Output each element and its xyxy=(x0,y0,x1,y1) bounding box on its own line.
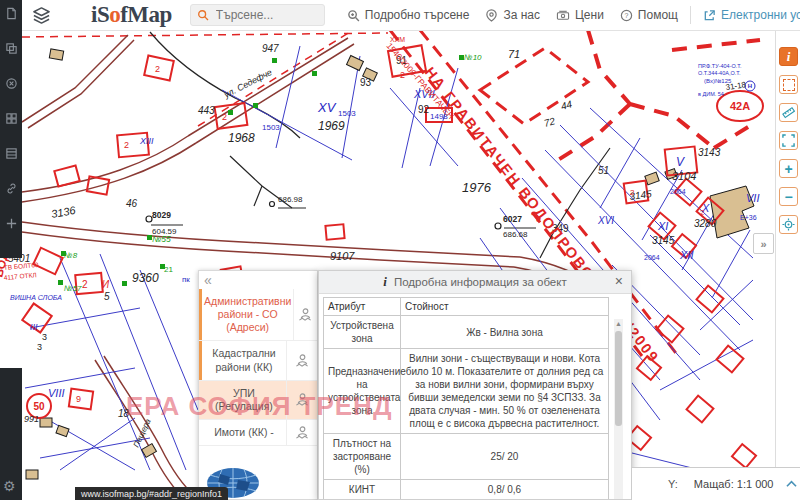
svg-text:VII: VII xyxy=(746,192,759,204)
svg-text:ПР.Ф.ТУ-404-О.Т.: ПР.Ф.ТУ-404-О.Т. xyxy=(698,63,742,69)
modal-scrollbar[interactable]: ▲ xyxy=(614,319,623,499)
select-area-button[interactable] xyxy=(779,75,798,94)
locate-icon xyxy=(782,218,795,231)
value-cell: 25/ 20 xyxy=(401,434,609,480)
object-info-modal: i Подробна информация за обект × Атрибут… xyxy=(318,270,632,500)
table-row: Предназначение на устройствената зонаВил… xyxy=(324,349,609,434)
modal-close-button[interactable]: × xyxy=(615,273,623,289)
statusbar: Y: Мащаб: 1:1 000 xyxy=(631,467,800,500)
copy-icon[interactable] xyxy=(5,41,18,59)
svg-text:V: V xyxy=(676,155,685,169)
svg-text:50: 50 xyxy=(33,401,45,412)
svg-text:2: 2 xyxy=(400,70,405,80)
svg-text:71: 71 xyxy=(508,48,520,60)
link-icon[interactable] xyxy=(5,181,18,199)
svg-text:VIII: VIII xyxy=(48,387,65,399)
scale-label: Мащаб: 1:1 000 xyxy=(694,478,774,490)
svg-text:2: 2 xyxy=(155,64,160,74)
svg-text:42А: 42А xyxy=(730,100,750,112)
menu-help[interactable]: ? Помощ xyxy=(620,8,678,22)
svg-text:XV: XV xyxy=(317,100,337,115)
geolocate-button[interactable] xyxy=(779,215,798,234)
statusbar-expand-button[interactable] xyxy=(785,479,798,489)
ruler-icon xyxy=(782,106,795,119)
scroll-thumb[interactable] xyxy=(615,331,622,426)
pin-icon xyxy=(485,9,498,22)
svg-text:ВИШНА СЛОБА: ВИШНА СЛОБА xyxy=(10,294,62,301)
attribute-cell: Предназначение на устройствената зона xyxy=(324,349,401,434)
svg-text:Н: Н xyxy=(748,83,752,89)
svg-text:3: 3 xyxy=(37,342,42,352)
layer-item-imoti[interactable]: Имоти (КК) - xyxy=(199,420,317,446)
svg-text:9: 9 xyxy=(76,394,81,404)
svg-text:3280: 3280 xyxy=(694,218,717,229)
attribute-table: Атрибут Стойност Устройствена зонаЖв - В… xyxy=(323,297,609,500)
svg-text:72: 72 xyxy=(543,115,557,129)
locate-person-icon[interactable] xyxy=(287,353,317,368)
scroll-up-icon[interactable]: ▲ xyxy=(614,320,623,327)
external-link-icon xyxy=(703,9,716,22)
svg-text:9107: 9107 xyxy=(330,250,355,262)
svg-text:1969: 1969 xyxy=(318,119,345,133)
locate-person-icon[interactable] xyxy=(294,307,317,322)
svg-text:№57: №57 xyxy=(64,284,82,293)
svg-text:2: 2 xyxy=(124,140,129,150)
plus-icon[interactable] xyxy=(5,216,18,234)
gear-icon[interactable]: ⚙ xyxy=(3,478,16,494)
app-logo[interactable]: iSofMap xyxy=(91,2,172,28)
table-row: Плътност на застрояване (%)25/ 20 xyxy=(324,434,609,480)
zoom-out-button[interactable]: − xyxy=(779,187,798,206)
menu-prices[interactable]: Цени xyxy=(556,8,604,22)
svg-text:III: III xyxy=(30,322,38,332)
svg-text:443: 443 xyxy=(198,105,215,116)
svg-text:947: 947 xyxy=(262,43,279,54)
column-header-value: Стойност xyxy=(401,298,609,316)
locate-person-icon[interactable] xyxy=(287,392,317,407)
advanced-search-button[interactable]: Подробно търсене xyxy=(347,8,470,22)
modal-header[interactable]: i Подробна информация за обект × xyxy=(319,271,631,294)
table-row: Устройствена зонаЖв - Вилна зона xyxy=(324,316,609,349)
left-toolbar-rail xyxy=(0,0,22,258)
layer-item-upi-regulation[interactable]: УПИ (Регулация) xyxy=(199,381,317,420)
file-icon[interactable] xyxy=(5,6,18,24)
layer-item-admin-regions[interactable]: Административни райони - СО (Адреси) xyxy=(199,289,317,341)
y-coordinate-label: Y: xyxy=(668,478,678,490)
svg-text:2064: 2064 xyxy=(670,188,686,195)
svg-text:3145: 3145 xyxy=(652,235,675,246)
right-panel-expander[interactable]: » xyxy=(753,233,774,254)
svg-text:XI: XI xyxy=(657,220,668,232)
search-box[interactable] xyxy=(190,4,325,26)
svg-text:(Вх)№125: (Вх)№125 xyxy=(704,78,732,84)
menu-eservices[interactable]: Електронни услуги xyxy=(703,8,800,22)
layer-item-cadastre-regions[interactable]: Кадастрални райони (КК) xyxy=(199,341,317,380)
info-tool-button[interactable]: i xyxy=(779,47,798,66)
circle-x-icon[interactable] xyxy=(5,76,18,94)
column-header-attribute: Атрибут xyxy=(324,298,401,316)
svg-text:991: 991 xyxy=(24,414,39,424)
svg-text:2: 2 xyxy=(82,279,88,290)
help-icon: ? xyxy=(620,9,633,22)
measure-button[interactable] xyxy=(779,103,798,122)
header: iSofMap Подробно търсене За нас Цени xyxy=(0,0,800,31)
menu-about[interactable]: За нас xyxy=(485,8,540,22)
svg-text:46: 46 xyxy=(126,198,138,209)
svg-text:2064: 2064 xyxy=(644,254,660,261)
banknote-icon xyxy=(556,9,570,22)
grid-icon[interactable] xyxy=(5,111,18,129)
svg-text:И: И xyxy=(102,279,110,290)
full-extent-button[interactable] xyxy=(779,131,798,150)
zoom-in-button[interactable]: + xyxy=(779,159,798,178)
rows-icon[interactable] xyxy=(5,146,18,164)
attribute-cell: КИНТ xyxy=(324,480,401,500)
panel-collapse-button[interactable]: « xyxy=(204,272,212,288)
table-header-row: Атрибут Стойност xyxy=(324,298,609,316)
svg-text:51: 51 xyxy=(598,165,609,176)
svg-text:5: 5 xyxy=(104,291,110,302)
search-plus-icon xyxy=(347,9,360,22)
svg-text:9360: 9360 xyxy=(132,271,159,285)
svg-text:XVI: XVI xyxy=(597,215,614,226)
layers-icon[interactable] xyxy=(32,6,51,25)
locate-person-icon[interactable] xyxy=(287,425,317,440)
search-input[interactable] xyxy=(214,7,318,23)
svg-text:44: 44 xyxy=(560,98,574,112)
